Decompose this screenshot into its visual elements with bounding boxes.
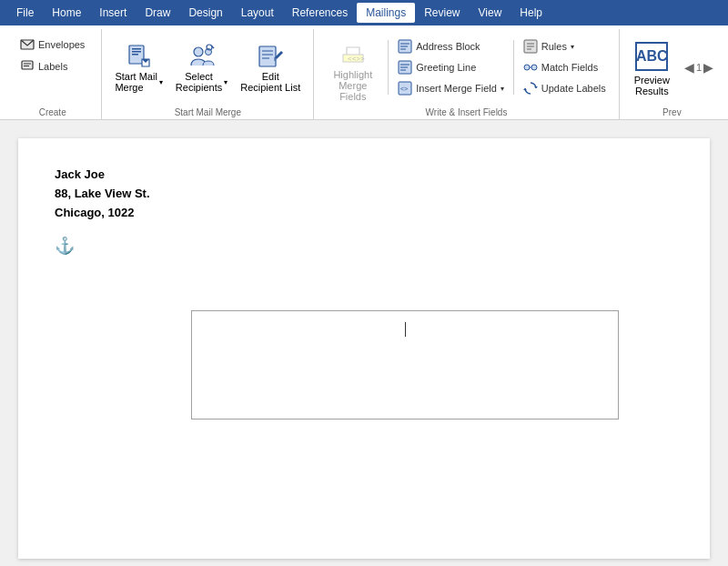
highlight-merge-fields-label: HighlightMerge Fields [327,69,379,102]
envelope-icon [20,37,35,52]
preview-results-icon: ABC [635,42,668,71]
update-labels-label: Update Labels [541,83,606,94]
start-mail-merge-group: Start MailMerge ▾ [102,29,314,119]
menu-home[interactable]: Home [43,3,90,23]
menu-insert[interactable]: Insert [90,3,136,23]
menu-bar: File Home Insert Draw Design Layout Refe… [0,0,728,25]
insert-merge-field-button[interactable]: <> Insert Merge Field ▾ [392,78,510,98]
svg-rect-5 [132,48,141,50]
rules-button[interactable]: Rules ▾ [518,36,612,56]
write-insert-group-label: Write & Insert Fields [321,106,612,119]
insert-merge-field-icon: <> [398,81,412,96]
edit-recipient-list-button[interactable]: EditRecipient List [235,38,306,96]
labels-label: Labels [38,61,67,72]
select-recipients-dropdown-arrow: ▾ [224,78,228,86]
create-group-label: Create [11,106,94,119]
menu-references[interactable]: References [283,3,357,23]
address-line-1: Jack Joe [55,166,673,185]
document-area: Jack Joe 88, Lake View St. Chicago, 1022… [0,120,728,566]
address-line-3: Chicago, 1022 [55,204,673,223]
start-mail-merge-label: Start MailMerge [115,71,157,93]
svg-text:<>: <> [400,86,408,92]
select-recipients-button[interactable]: SelectRecipients ▾ [170,38,233,96]
record-nav: ◀ 1 ▶ [681,58,717,76]
create-group: Envelopes Labels Create [4,29,102,119]
menu-draw[interactable]: Draw [136,3,179,23]
address-block-icon [398,39,412,54]
svg-rect-12 [259,46,276,66]
rules-icon [523,39,538,54]
highlight-merge-fields-button: <<>> HighlightMerge Fields [321,38,384,96]
rules-label: Rules [541,41,567,52]
text-cursor [405,322,406,337]
edit-recipient-list-icon [256,42,285,71]
greeting-line-label: Greeting Line [416,62,476,73]
menu-file[interactable]: File [7,3,43,23]
edit-recipient-list-label: EditRecipient List [240,71,300,93]
labels-icon [20,59,35,74]
svg-rect-7 [132,54,138,56]
menu-layout[interactable]: Layout [232,3,283,23]
match-fields-button[interactable]: Match Fields [518,57,612,77]
start-mail-merge-group-label: Start Mail Merge [109,106,306,119]
start-mail-merge-button[interactable]: Start MailMerge ▾ [109,38,167,96]
match-fields-icon [523,60,538,75]
start-mail-merge-dropdown-arrow: ▾ [159,78,163,86]
record-number[interactable]: 1 [696,62,702,73]
insert-merge-field-label: Insert Merge Field [416,83,497,94]
greeting-line-icon [398,60,412,75]
update-labels-icon [523,81,538,96]
menu-review[interactable]: Review [415,3,469,23]
envelopes-button[interactable]: Envelopes [15,35,90,55]
menu-view[interactable]: View [470,3,511,23]
anchor-icon: ⚓ [55,236,673,256]
prev-record-icon[interactable]: ◀ [684,60,694,75]
menu-help[interactable]: Help [511,3,551,23]
insert-merge-field-dropdown: ▾ [500,85,504,93]
envelopes-label: Envelopes [38,39,85,50]
address-block-button[interactable]: Address Block [392,36,510,56]
svg-point-33 [524,65,530,70]
rules-dropdown: ▾ [571,43,574,51]
match-fields-label: Match Fields [541,62,598,73]
svg-point-8 [194,47,203,56]
write-insert-fields-group: <<>> HighlightMerge Fields [314,29,620,119]
update-labels-button[interactable]: Update Labels [518,78,612,98]
document-address: Jack Joe 88, Lake View St. Chicago, 1022 [55,166,673,222]
preview-group: ABC PreviewResults ◀ 1 ▶ Prev [620,29,724,119]
svg-text:<<>>: <<>> [348,55,365,63]
greeting-line-button[interactable]: Greeting Line [392,57,510,77]
preview-group-label: Prev [627,106,717,119]
preview-results-label: PreviewResults [634,75,670,96]
preview-results-button[interactable]: ABC PreviewResults [627,38,677,96]
highlight-merge-fields-icon: <<>> [339,42,368,69]
svg-rect-6 [132,51,141,53]
menu-mailings[interactable]: Mailings [357,3,415,23]
select-recipients-icon [187,42,217,71]
address-block-label: Address Block [416,41,480,52]
text-box[interactable] [191,310,619,419]
address-line-2: 88, Lake View St. [55,185,673,204]
labels-button[interactable]: Labels [15,56,90,76]
ribbon: Envelopes Labels Create [0,25,728,120]
document-page: Jack Joe 88, Lake View St. Chicago, 1022… [18,138,710,559]
next-record-icon[interactable]: ▶ [703,60,713,75]
start-mail-merge-icon [125,42,154,71]
select-recipients-label: SelectRecipients [176,71,222,93]
menu-design[interactable]: Design [179,3,231,23]
svg-rect-1 [22,61,33,69]
svg-point-34 [531,65,537,70]
